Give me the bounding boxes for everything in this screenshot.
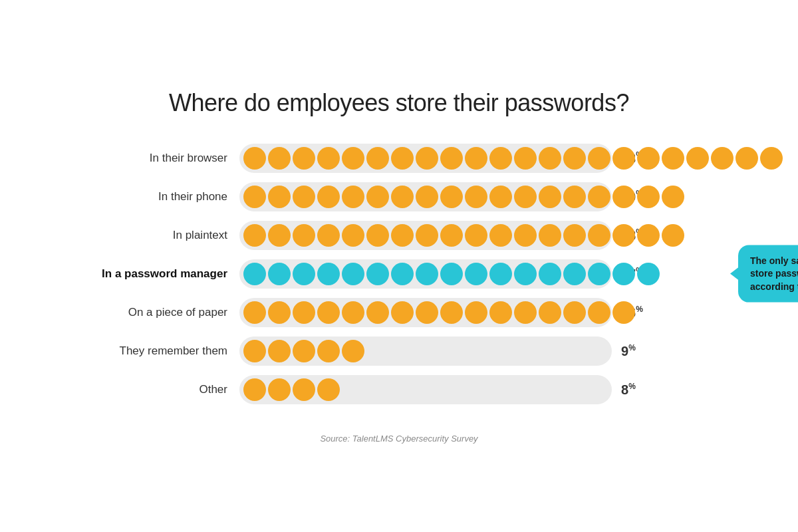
dots-other (243, 378, 340, 401)
dot-browser-9 (465, 147, 487, 170)
dot-phone-13 (563, 186, 586, 208)
dot-phone-4 (342, 186, 364, 208)
dots-browser (243, 147, 783, 170)
dot-browser-13 (563, 147, 586, 170)
dot-remember-0 (243, 340, 266, 362)
dot-paper-15 (612, 301, 635, 324)
dot-paper-3 (317, 301, 340, 324)
dot-phone-17 (662, 186, 684, 208)
bar-track-paper (239, 298, 612, 327)
dot-plaintext-12 (539, 224, 561, 247)
bar-track-remember (239, 336, 612, 366)
dot-paper-10 (489, 301, 512, 324)
dot-plaintext-15 (612, 224, 635, 247)
dot-paper-2 (293, 301, 315, 324)
dot-paper-8 (440, 301, 463, 324)
dot-plaintext-4 (342, 224, 364, 247)
dot-phone-2 (293, 186, 315, 208)
dot-other-2 (293, 378, 315, 401)
dots-password-manager (243, 263, 660, 285)
label-phone: In their phone (80, 190, 239, 203)
label-plaintext: In plaintext (80, 229, 239, 242)
dot-password-manager-12 (539, 263, 561, 285)
dot-plaintext-2 (293, 224, 315, 247)
dot-paper-6 (391, 301, 414, 324)
dot-browser-1 (268, 147, 291, 170)
dot-phone-9 (465, 186, 487, 208)
row-password-manager: In a password manager27%The only safe pl… (80, 259, 718, 289)
source-text: Source: TalentLMS Cybersecurity Survey (320, 434, 477, 444)
dot-password-manager-13 (563, 263, 586, 285)
label-other: Other (80, 383, 239, 396)
label-browser: In their browser (80, 152, 239, 165)
dot-phone-7 (416, 186, 438, 208)
dot-paper-14 (588, 301, 610, 324)
dot-browser-5 (366, 147, 389, 170)
dot-phone-14 (588, 186, 610, 208)
dot-phone-5 (366, 186, 389, 208)
dot-phone-8 (440, 186, 463, 208)
dot-browser-10 (489, 147, 512, 170)
dot-plaintext-17 (662, 224, 684, 247)
dot-remember-3 (317, 340, 340, 362)
dots-phone (243, 186, 684, 208)
dot-password-manager-0 (243, 263, 266, 285)
dot-phone-6 (391, 186, 414, 208)
dot-password-manager-15 (612, 263, 635, 285)
dot-plaintext-3 (317, 224, 340, 247)
dot-browser-2 (293, 147, 315, 170)
dot-other-3 (317, 378, 340, 401)
dot-paper-7 (416, 301, 438, 324)
dot-phone-12 (539, 186, 561, 208)
label-remember: They remember them (80, 344, 239, 358)
dot-browser-11 (514, 147, 537, 170)
dot-browser-7 (416, 147, 438, 170)
dot-plaintext-5 (366, 224, 389, 247)
chart-container: Where do employees store their passwords… (80, 89, 718, 444)
row-browser: In their browser33% (80, 144, 718, 173)
dot-browser-19 (711, 147, 733, 170)
row-other: Other8% (80, 375, 718, 404)
percent-other: 8% (621, 382, 636, 398)
dot-paper-4 (342, 301, 364, 324)
dot-phone-16 (637, 186, 660, 208)
dot-browser-16 (637, 147, 660, 170)
dot-remember-2 (293, 340, 315, 362)
dot-plaintext-10 (489, 224, 512, 247)
bar-track-password-manager (239, 259, 612, 289)
dot-phone-1 (268, 186, 291, 208)
row-remember: They remember them9% (80, 336, 718, 366)
dot-browser-14 (588, 147, 610, 170)
dot-password-manager-14 (588, 263, 610, 285)
dot-password-manager-7 (416, 263, 438, 285)
dot-paper-13 (563, 301, 586, 324)
dots-remember (243, 340, 364, 362)
dot-plaintext-0 (243, 224, 266, 247)
dot-password-manager-16 (637, 263, 660, 285)
dot-password-manager-4 (342, 263, 364, 285)
dot-paper-0 (243, 301, 266, 324)
dots-paper (243, 301, 635, 324)
dot-password-manager-6 (391, 263, 414, 285)
dot-paper-12 (539, 301, 561, 324)
dot-password-manager-3 (317, 263, 340, 285)
dot-password-manager-10 (489, 263, 512, 285)
dot-paper-11 (514, 301, 537, 324)
dot-remember-1 (268, 340, 291, 362)
dot-phone-10 (489, 186, 512, 208)
dot-phone-15 (612, 186, 635, 208)
bar-track-other (239, 375, 612, 404)
percent-remember: 9% (621, 343, 636, 359)
dot-plaintext-11 (514, 224, 537, 247)
dot-password-manager-9 (465, 263, 487, 285)
dot-browser-17 (662, 147, 684, 170)
row-paper: On a piece of paper26% (80, 298, 718, 327)
dot-browser-15 (612, 147, 635, 170)
dot-paper-1 (268, 301, 291, 324)
dot-plaintext-14 (588, 224, 610, 247)
dot-password-manager-11 (514, 263, 537, 285)
dot-plaintext-1 (268, 224, 291, 247)
dot-browser-0 (243, 147, 266, 170)
dot-browser-6 (391, 147, 414, 170)
dot-plaintext-16 (637, 224, 660, 247)
